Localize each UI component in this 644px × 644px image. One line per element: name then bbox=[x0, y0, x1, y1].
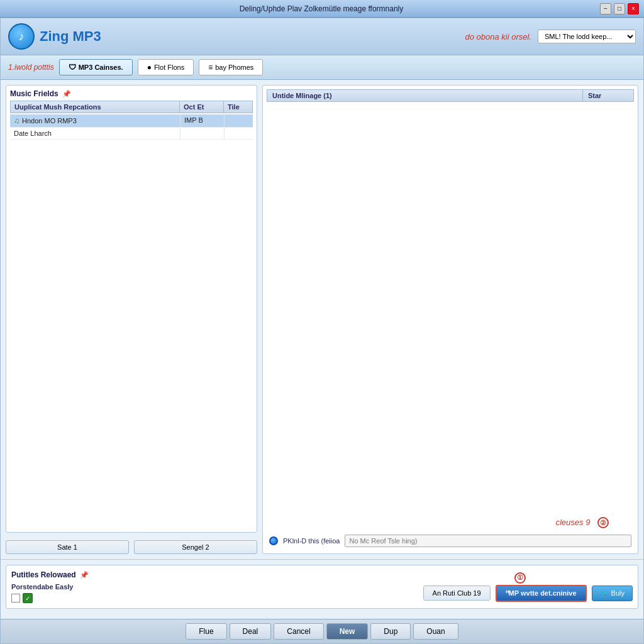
footer-btn-cancel[interactable]: Cancel bbox=[274, 623, 323, 640]
pin-icon: 📌 bbox=[62, 90, 71, 98]
main-window: ♪ Zing MP3 do obona kii orsel. SML! The … bbox=[0, 18, 644, 644]
title-bar-controls: − □ × bbox=[600, 3, 639, 14]
col-header-type: Oct Et bbox=[180, 101, 224, 113]
close-button[interactable]: × bbox=[628, 3, 639, 14]
row2-type bbox=[180, 128, 225, 139]
list-icon: ≡ bbox=[208, 63, 213, 72]
bullet-icon: ● bbox=[147, 63, 152, 72]
left-panel: Music Frields 📌 Uuplicat Mush Repcations… bbox=[6, 85, 257, 554]
title-bar-text: Deling/Uphde Plav Zolkemütle meage fform… bbox=[43, 4, 600, 13]
putitles-label: Porstendabe Easly bbox=[11, 583, 418, 591]
row1-type: IMP B bbox=[180, 114, 225, 127]
pkinl-label: PKlnl-D this (feiioa bbox=[283, 537, 340, 545]
right-table-body bbox=[267, 103, 634, 504]
logo-icon: ♪ bbox=[8, 23, 35, 50]
music-fields-header: Music Frields 📌 bbox=[10, 89, 253, 98]
twitter-icon: 🐦 bbox=[600, 589, 609, 597]
pkinl-row: PKlnl-D this (feiioa bbox=[267, 532, 634, 550]
tab-mp3-cainses[interactable]: 🛡 MP3 Cainses. bbox=[59, 59, 133, 75]
minimize-button[interactable]: − bbox=[600, 3, 611, 14]
right-col-header-star: Star bbox=[583, 90, 633, 101]
footer-btn-deal[interactable]: Deal bbox=[230, 623, 272, 640]
table-row[interactable]: ♫ Hndon MO RMP3 IMP B bbox=[10, 114, 253, 128]
table-header: Uuplicat Mush Repcations Oct Et Tile bbox=[10, 101, 253, 113]
footer-btn-ouan[interactable]: Ouan bbox=[413, 623, 458, 640]
content-area: Music Frields 📌 Uuplicat Mush Repcations… bbox=[1, 80, 643, 559]
putitles-section: Putitles Relowaed 📌 Porstendabe Easly ✓ … bbox=[6, 565, 638, 609]
music-fields-panel: Music Frields 📌 Uuplicat Mush Repcations… bbox=[6, 85, 257, 533]
footer-btn-new[interactable]: New bbox=[326, 623, 369, 640]
footer-btn-flue[interactable]: Flue bbox=[186, 623, 226, 640]
an-ruti-club-button[interactable]: An Ruti Club 19 bbox=[423, 586, 491, 601]
music-table-body: ♫ Hndon MO RMP3 IMP B Date Lharch bbox=[10, 114, 253, 528]
panel-buttons: Sate 1 Sengel 2 bbox=[6, 540, 257, 554]
checkbox-2[interactable]: ✓ bbox=[23, 593, 33, 603]
header: ♪ Zing MP3 do obona kii orsel. SML! The … bbox=[1, 18, 643, 55]
tab-bay-phomes[interactable]: ≡ bay Phomes bbox=[199, 59, 263, 75]
right-content-area: Untide Mlinage (1) Star cleuses 9 ② bbox=[262, 85, 638, 554]
mp-write-button[interactable]: ᵸMP wvtte det.cninive bbox=[496, 585, 587, 602]
annotation-circle-2: ② bbox=[597, 517, 609, 528]
sate-button[interactable]: Sate 1 bbox=[6, 540, 129, 554]
pkinl-radio[interactable] bbox=[269, 536, 278, 545]
title-bar: Deling/Uphde Plav Zolkemütle meage fform… bbox=[0, 0, 644, 18]
footer-btn-dup[interactable]: Dup bbox=[370, 623, 411, 640]
row1-name: ♫ Hndon MO RMP3 bbox=[10, 114, 180, 127]
checkbox-row: ✓ bbox=[11, 593, 418, 603]
tab-flot-flons[interactable]: ● Flot Flons bbox=[138, 59, 194, 75]
right-panel: Untide Mlinage (1) Star cleuses 9 ② bbox=[262, 85, 638, 554]
header-annotation: do obona kii orsel. bbox=[465, 32, 531, 42]
toolbar: 1.iwold potttis 🛡 MP3 Cainses. ● Flot Fl… bbox=[1, 55, 643, 80]
footer: FlueDealCancelNewDupOuan bbox=[1, 619, 643, 643]
right-col-header-name: Untide Mlinage (1) bbox=[267, 90, 583, 101]
putitles-right: An Ruti Club 19 ᵸMP wvtte det.cninive ① … bbox=[423, 583, 633, 603]
toolbar-annotation: 1.iwold potttis bbox=[8, 63, 54, 72]
bottom-section: Putitles Relowaed 📌 Porstendabe Easly ✓ … bbox=[1, 559, 643, 619]
pkinl-input[interactable] bbox=[345, 535, 631, 547]
checkbox-1[interactable] bbox=[11, 594, 20, 602]
row2-tile bbox=[225, 128, 253, 139]
music-icon: ♫ bbox=[14, 116, 19, 125]
header-dropdown[interactable]: SML! The lodd keep... bbox=[538, 30, 636, 43]
putitles-left: Porstendabe Easly ✓ bbox=[11, 583, 418, 603]
putitles-header: Putitles Relowaed 📌 bbox=[11, 570, 633, 579]
col-header-tile: Tile bbox=[224, 101, 252, 113]
row2-name: Date Lharch bbox=[10, 128, 180, 139]
sengel-button[interactable]: Sengel 2 bbox=[134, 540, 257, 554]
table-row[interactable]: Date Lharch bbox=[10, 128, 253, 140]
logo-area: ♪ Zing MP3 bbox=[8, 23, 101, 50]
annotation-circle-3: ① bbox=[514, 572, 526, 584]
annotation-text-2: cleuses 9 ② bbox=[555, 517, 609, 528]
shield-icon: 🛡 bbox=[69, 63, 76, 72]
logo-text: Zing MP3 bbox=[40, 28, 101, 45]
putitles-content: Porstendabe Easly ✓ An Ruti Club 19 ᵸMP … bbox=[11, 583, 633, 603]
buly-button[interactable]: 🐦 Buly bbox=[592, 586, 633, 601]
col-header-name: Uuplicat Mush Repcations bbox=[11, 101, 180, 113]
row1-tile bbox=[225, 114, 253, 127]
right-table-header: Untide Mlinage (1) Star bbox=[267, 89, 634, 102]
maximize-button[interactable]: □ bbox=[614, 3, 625, 14]
putitles-pin-icon: 📌 bbox=[80, 571, 89, 579]
